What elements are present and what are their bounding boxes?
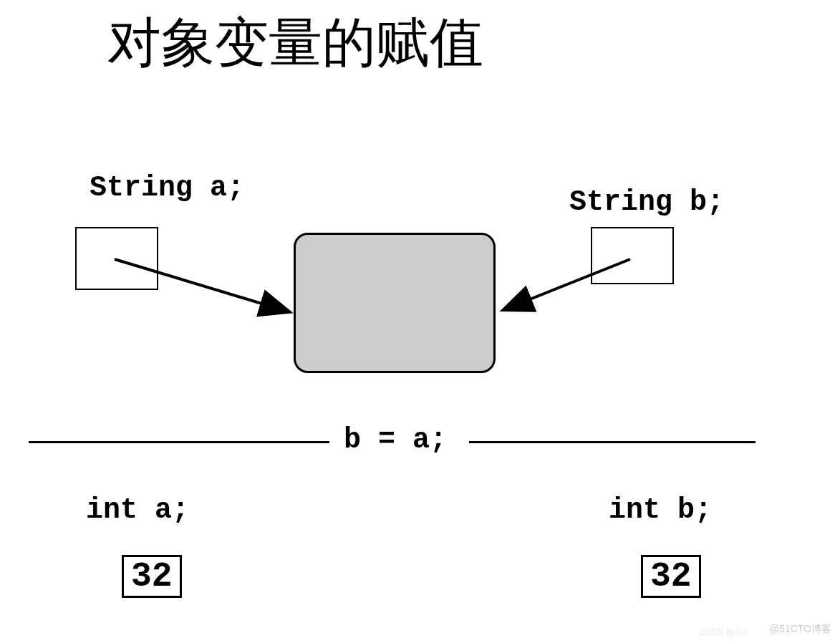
svg-line-1 xyxy=(115,259,288,311)
assignment-label: b = a; xyxy=(344,424,447,456)
value-b-box: 32 xyxy=(641,555,701,598)
svg-line-3 xyxy=(505,259,630,309)
int-a-label: int a; xyxy=(86,494,189,526)
int-b-label: int b; xyxy=(609,494,712,526)
object-box xyxy=(294,233,496,373)
divider-right xyxy=(469,441,755,443)
divider-left xyxy=(29,441,329,443)
arrow-a-to-object xyxy=(107,251,308,337)
string-b-label: String b; xyxy=(569,186,724,218)
value-a-box: 32 xyxy=(122,555,182,598)
arrow-b-to-object xyxy=(487,251,645,337)
string-a-label: String a; xyxy=(90,172,244,204)
watermark-51cto: @51CTO博客 xyxy=(769,623,831,636)
page-title: 对象变量的赋值 xyxy=(107,7,483,79)
watermark-csdn: CSDN @#-# xyxy=(699,627,747,637)
